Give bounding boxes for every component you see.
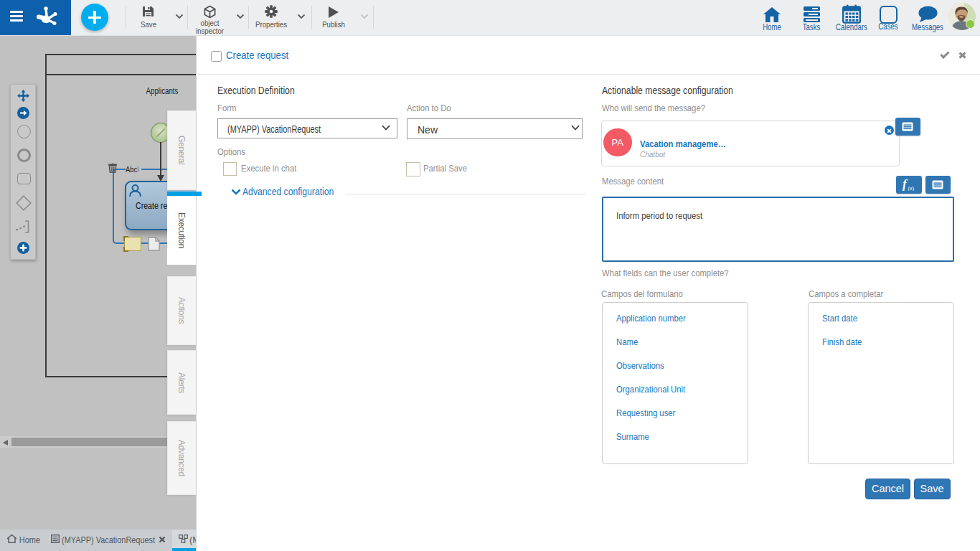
svg-text:(x): (x) <box>908 185 914 192</box>
